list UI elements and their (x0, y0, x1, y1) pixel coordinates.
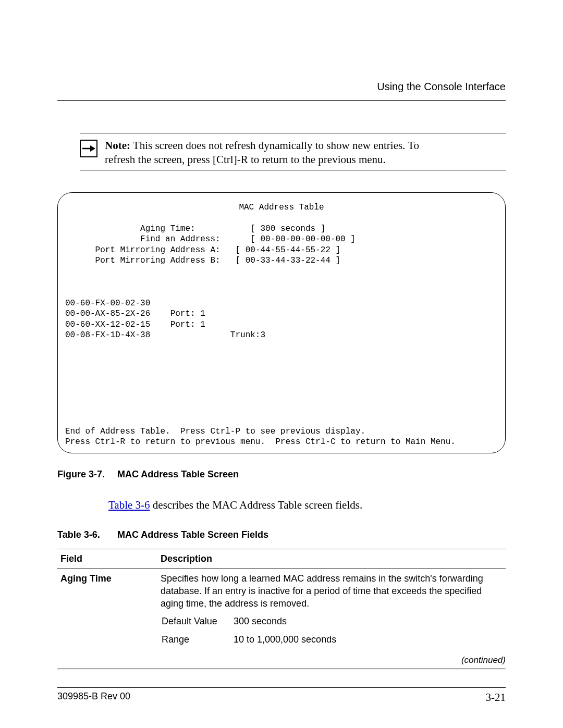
page-footer: 309985-B Rev 00 3-21 (57, 688, 506, 704)
table-bottom-rule (57, 669, 506, 670)
continued-marker: (continued) (57, 655, 506, 665)
terminal-screen: MAC Address Table Aging Time: [ 300 seco… (57, 192, 506, 453)
note-rule-bottom (80, 170, 506, 170)
body-tail: describes the MAC Address Table screen f… (150, 499, 363, 511)
screen-footer-1: End of Address Table. Press Ctrl-P to se… (65, 427, 365, 436)
note-label: Note: (105, 139, 130, 152)
screen-line: Aging Time: [ 300 seconds ] (65, 224, 325, 233)
screen-line: Port Mirroring Address B: [ 00-33-44-33-… (65, 256, 340, 265)
figure-title: MAC Address Table Screen (117, 469, 239, 479)
svg-marker-1 (90, 145, 95, 152)
sub-table: Default Value 300 seconds Range 10 to 1,… (161, 612, 340, 649)
th-desc: Description (157, 549, 506, 569)
header-rule (57, 100, 506, 101)
table-title: MAC Address Table Screen Fields (117, 529, 268, 540)
note-rule-top (80, 133, 506, 133)
section-title: Using the Console Interface (377, 81, 506, 92)
screen-title: MAC Address Table (65, 202, 498, 213)
list-item: 00-08-FX-1D-4X-38 Trunk:3 (65, 330, 265, 340)
default-value: 300 seconds (234, 613, 339, 630)
screen-line: Port Mirroring Address A: [ 00-44-55-44-… (65, 245, 340, 255)
figure: MAC Address Table Aging Time: [ 300 seco… (57, 192, 506, 480)
list-item: 00-60-FX-00-02-30 (65, 299, 170, 308)
figure-caption: Figure 3-7. MAC Address Table Screen (57, 469, 506, 480)
list-item: 00-00-AX-85-2X-26 Port: 1 (65, 309, 205, 318)
screen-line: Find an Address: [ 00-00-00-00-00-00 ] (65, 235, 356, 244)
table-number: Table 3-6. (57, 529, 115, 540)
screen-footer-2: Press Ctrl-R to return to previous menu.… (65, 437, 456, 447)
row-field: Aging Time (57, 569, 157, 652)
row-desc-text: Specifies how long a learned MAC address… (161, 572, 503, 610)
table-ref-link[interactable]: Table 3-6 (108, 499, 150, 511)
list-item: 00-60-XX-12-02-15 Port: 1 (65, 320, 205, 329)
table-row: Aging Time Specifies how long a learned … (57, 569, 506, 652)
page-number: 3-21 (486, 691, 506, 704)
note-text: Note: This screen does not refresh dynam… (105, 139, 419, 167)
body-paragraph: Table 3-6 describes the MAC Address Tabl… (108, 499, 506, 512)
doc-id: 309985-B Rev 00 (57, 691, 130, 704)
note-block: Note: This screen does not refresh dynam… (80, 133, 506, 170)
range-label: Range (162, 631, 232, 648)
fields-table: Field Description Aging Time Specifies h… (57, 549, 506, 652)
running-header: Using the Console Interface (57, 81, 506, 93)
default-label: Default Value (162, 613, 232, 630)
th-field: Field (57, 549, 157, 569)
row-desc: Specifies how long a learned MAC address… (157, 569, 506, 652)
note-line1: This screen does not refresh dynamically… (130, 139, 419, 152)
figure-number: Figure 3-7. (57, 469, 115, 480)
table-caption: Table 3-6. MAC Address Table Screen Fiel… (57, 529, 506, 540)
arrow-icon (80, 140, 97, 157)
page: Using the Console Interface Note: This s… (0, 0, 563, 728)
note-line2: refresh the screen, press [Ctrl]-R to re… (105, 153, 386, 166)
range-value: 10 to 1,000,000 seconds (234, 631, 339, 648)
